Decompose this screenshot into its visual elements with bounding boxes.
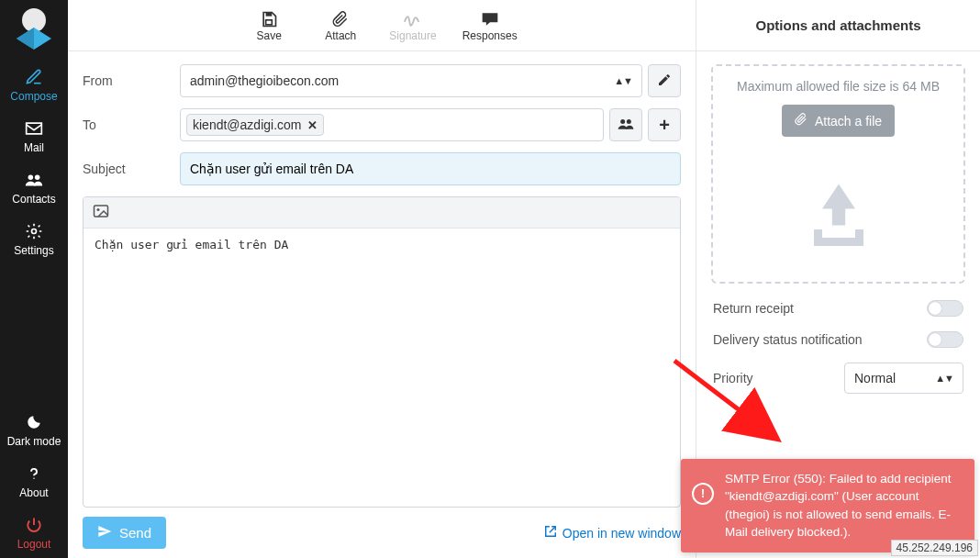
nav-compose[interactable]: Compose bbox=[0, 59, 68, 110]
contacts-icon bbox=[24, 171, 44, 189]
nav-label: Settings bbox=[14, 244, 53, 257]
message-body[interactable]: Chặn user gửi email trên DA bbox=[84, 229, 680, 507]
tb-label: Save bbox=[257, 29, 282, 42]
attachment-dropzone[interactable]: Maximum allowed file size is 64 MB Attac… bbox=[711, 64, 965, 284]
priority-value: Normal bbox=[854, 371, 896, 385]
compose-icon bbox=[25, 68, 43, 86]
options-title: Options and attachments bbox=[696, 0, 980, 51]
external-link-icon bbox=[544, 525, 557, 541]
plus-icon: + bbox=[659, 115, 670, 136]
subject-label: Subject bbox=[83, 162, 180, 176]
recipient-chip[interactable]: kiendt@azdigi.com ✕ bbox=[186, 114, 324, 136]
nav-darkmode[interactable]: Dark mode bbox=[0, 404, 68, 455]
moon-icon bbox=[26, 413, 42, 431]
nav-label: Logout bbox=[17, 538, 51, 551]
tb-label: Responses bbox=[462, 29, 518, 42]
svg-rect-5 bbox=[266, 12, 273, 16]
to-input[interactable]: kiendt@azdigi.com ✕ bbox=[180, 108, 604, 141]
delivery-status-toggle[interactable] bbox=[927, 331, 963, 348]
svg-point-7 bbox=[620, 119, 625, 124]
nav-logout[interactable]: Logout bbox=[0, 507, 68, 558]
paperclip-icon bbox=[332, 9, 349, 29]
add-recipient-button[interactable]: + bbox=[648, 108, 681, 141]
compose-form: From admin@thegioibecon.com ▲▼ To bbox=[68, 51, 696, 558]
paperclip-icon bbox=[795, 112, 807, 129]
from-value: admin@thegioibecon.com bbox=[190, 73, 339, 88]
editor: Chặn user gửi email trên DA bbox=[83, 196, 681, 508]
return-receipt-toggle[interactable] bbox=[927, 300, 963, 317]
alert-icon: ! bbox=[692, 483, 714, 505]
save-button[interactable]: Save bbox=[246, 9, 292, 42]
caret-icon: ▲▼ bbox=[614, 75, 632, 86]
remove-recipient-icon[interactable]: ✕ bbox=[307, 118, 317, 132]
max-size-text: Maximum allowed file size is 64 MB bbox=[722, 79, 954, 94]
nav-label: Mail bbox=[24, 141, 44, 154]
to-label: To bbox=[83, 117, 180, 132]
svg-point-2 bbox=[35, 175, 39, 181]
error-toast[interactable]: ! SMTP Error (550): Failed to add recipi… bbox=[681, 459, 974, 552]
svg-point-8 bbox=[627, 119, 631, 124]
tb-label: Attach bbox=[325, 29, 356, 42]
send-button[interactable]: Send bbox=[83, 517, 166, 549]
mail-icon bbox=[25, 119, 43, 138]
nav-mail[interactable]: Mail bbox=[0, 110, 68, 162]
ip-badge: 45.252.249.196 bbox=[891, 540, 978, 556]
priority-label: Priority bbox=[713, 371, 753, 385]
upload-icon bbox=[722, 172, 954, 254]
open-new-window-link[interactable]: Open in new window bbox=[544, 525, 681, 541]
nav-label: Compose bbox=[10, 90, 57, 103]
attach-file-label: Attach a file bbox=[815, 114, 882, 128]
attach-file-button[interactable]: Attach a file bbox=[782, 105, 895, 137]
save-icon bbox=[260, 9, 278, 29]
responses-icon bbox=[481, 9, 499, 29]
from-select[interactable]: admin@thegioibecon.com ▲▼ bbox=[180, 64, 642, 97]
recipient-email: kiendt@azdigi.com bbox=[193, 117, 302, 132]
nav-label: Dark mode bbox=[7, 435, 61, 448]
responses-button[interactable]: Responses bbox=[462, 9, 518, 42]
open-new-label: Open in new window bbox=[562, 526, 681, 541]
edit-identity-button[interactable] bbox=[648, 64, 681, 97]
send-icon bbox=[97, 524, 112, 541]
nav-settings[interactable]: Settings bbox=[0, 213, 68, 264]
svg-point-4 bbox=[33, 478, 35, 480]
signature-icon bbox=[403, 9, 423, 29]
question-icon bbox=[26, 464, 42, 483]
svg-rect-9 bbox=[95, 206, 108, 217]
tb-label: Signature bbox=[389, 29, 436, 42]
nav-contacts[interactable]: Contacts bbox=[0, 162, 68, 213]
from-label: From bbox=[83, 73, 180, 88]
nav-label: Contacts bbox=[12, 193, 55, 206]
svg-rect-6 bbox=[266, 19, 273, 24]
app-logo bbox=[11, 6, 57, 51]
send-label: Send bbox=[119, 525, 151, 541]
nav-about[interactable]: About bbox=[0, 455, 68, 507]
settings-icon bbox=[25, 222, 43, 240]
error-message: SMTP Error (550): Failed to add recipien… bbox=[725, 470, 962, 541]
sidebar: Compose Mail Contacts Settings Dark mod bbox=[0, 0, 68, 558]
attach-button[interactable]: Attach bbox=[317, 9, 363, 42]
nav-label: About bbox=[19, 486, 48, 499]
svg-point-1 bbox=[28, 175, 33, 181]
main-panel: Save Attach Signature Responses bbox=[68, 0, 696, 558]
delivery-status-label: Delivery status notification bbox=[713, 332, 863, 347]
subject-input[interactable] bbox=[180, 152, 681, 185]
insert-image-button[interactable] bbox=[93, 204, 109, 222]
pencil-icon bbox=[657, 73, 672, 90]
svg-point-10 bbox=[97, 208, 100, 211]
caret-icon: ▲▼ bbox=[935, 373, 953, 384]
contacts-icon bbox=[617, 117, 635, 134]
compose-toolbar: Save Attach Signature Responses bbox=[68, 0, 696, 51]
svg-point-3 bbox=[32, 229, 37, 234]
editor-toolbar bbox=[84, 197, 680, 229]
return-receipt-label: Return receipt bbox=[713, 301, 794, 316]
signature-button: Signature bbox=[389, 9, 436, 42]
power-icon bbox=[26, 516, 42, 534]
pick-contact-button[interactable] bbox=[609, 108, 642, 141]
priority-select[interactable]: Normal ▲▼ bbox=[844, 363, 963, 394]
